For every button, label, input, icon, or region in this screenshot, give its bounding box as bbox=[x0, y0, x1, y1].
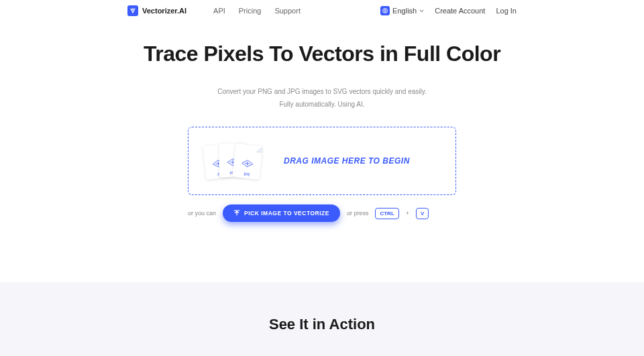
action-heading: See It in Action bbox=[0, 316, 644, 333]
language-selector[interactable]: English bbox=[380, 6, 424, 15]
logo-icon bbox=[127, 5, 138, 16]
logo[interactable]: Vectorizer.AI bbox=[127, 5, 186, 16]
or-press-label: or press bbox=[347, 210, 369, 217]
nav-api[interactable]: API bbox=[213, 7, 225, 15]
brand-name: Vectorizer.AI bbox=[142, 7, 186, 15]
key-v: V bbox=[416, 208, 429, 219]
subhead-line-2: Fully automatically. Using AI. bbox=[0, 98, 644, 111]
subhead-line-1: Convert your PNG and JPG images to SVG v… bbox=[0, 85, 644, 98]
or-you-can-label: or you can bbox=[188, 210, 216, 217]
dropzone[interactable]: .gif .png .jpg DRAG IMAGE HERE TO BEGIN bbox=[188, 127, 456, 195]
language-label: English bbox=[392, 7, 417, 15]
globe-icon bbox=[380, 6, 390, 15]
nav-support[interactable]: Support bbox=[274, 7, 301, 15]
file-stack-icon: .gif .png .jpg bbox=[205, 142, 265, 180]
pick-button-label: PICK IMAGE TO VECTORIZE bbox=[244, 210, 329, 217]
chevron-down-icon bbox=[419, 9, 424, 13]
nav-pricing[interactable]: Pricing bbox=[239, 7, 262, 15]
login-link[interactable]: Log In bbox=[496, 7, 517, 15]
plus-label: + bbox=[406, 210, 409, 217]
upload-icon bbox=[233, 210, 240, 217]
pick-image-button[interactable]: PICK IMAGE TO VECTORIZE bbox=[223, 204, 340, 222]
key-ctrl: CTRL bbox=[375, 208, 398, 219]
page-title: Trace Pixels To Vectors in Full Color bbox=[0, 42, 644, 66]
dropzone-label: DRAG IMAGE HERE TO BEGIN bbox=[284, 156, 410, 166]
create-account-link[interactable]: Create Account bbox=[435, 7, 485, 15]
